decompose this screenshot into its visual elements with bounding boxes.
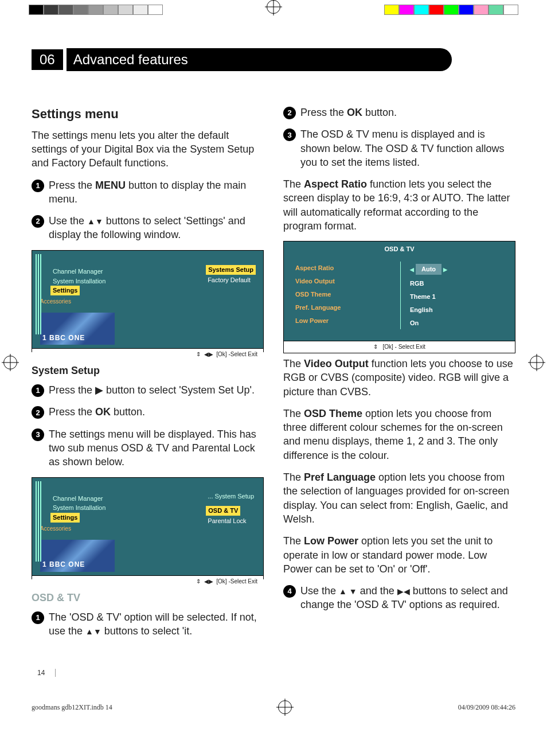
- submenu-item: OSD & TV: [205, 505, 241, 516]
- up-down-icon: ⇕: [196, 578, 201, 584]
- osd-label: Aspect Ratio: [295, 262, 391, 275]
- screenshot-system-setup: Channel Manager System Installation Sett…: [32, 477, 264, 579]
- screenshot-osd-tv-menu: OSD & TV Aspect Ratio Video Output OSD T…: [283, 241, 515, 353]
- greyscale-bar: [29, 5, 163, 14]
- step-3: 3 The settings menu will be displayed. T…: [32, 427, 264, 469]
- osd-theme-text: The OSD Theme option lets you choose fro…: [283, 407, 515, 462]
- right-arrow-icon: ▶: [443, 267, 447, 272]
- menu-item: Accessories: [40, 525, 259, 533]
- osd-value: English: [410, 303, 503, 317]
- osd-value: RGB: [410, 277, 503, 290]
- chapter-title: Advanced features: [67, 48, 452, 71]
- left-column: Settings menu The settings menu lets you…: [32, 106, 264, 646]
- print-footer: goodmans gdb12XIT.indb 14 04/09/2009 08:…: [0, 700, 547, 726]
- submenu-item: Systems Setup: [205, 264, 256, 275]
- intro-text: The settings menu lets you alter the def…: [32, 128, 264, 170]
- osd-value: On: [410, 317, 503, 330]
- osd-value: Theme 1: [410, 290, 503, 303]
- up-down-icon: ⇕: [373, 344, 378, 350]
- right-arrow-icon: ▶: [95, 384, 103, 396]
- step-bullet: 2: [32, 406, 44, 419]
- step-bullet: 1: [32, 611, 44, 624]
- step-2: 2 Press the OK button.: [32, 405, 264, 419]
- step-4: 4 Use the ▲ ▼ and the ▶◀ buttons to sele…: [283, 584, 515, 612]
- up-down-icon: ▲ ▼: [339, 587, 357, 596]
- video-output-text: The Video Output function lets you choos…: [283, 357, 515, 399]
- step-1: 1 Press the MENU button to display the m…: [32, 178, 264, 206]
- left-arrow-icon: ◀: [410, 267, 414, 272]
- step-bullet: 2: [283, 107, 296, 119]
- submenu-item: Parental Lock: [205, 516, 256, 526]
- left-right-icon: ◀▶: [204, 351, 213, 357]
- screenshot-settings-menu: Channel Manager System Installation Sett…: [32, 250, 264, 352]
- step-1: 1 The 'OSD & TV' option will be selected…: [32, 610, 264, 638]
- registration-mark-icon: [3, 356, 17, 369]
- step-1: 1 Press the ▶ button to select 'System S…: [32, 383, 264, 397]
- step-bullet: 1: [32, 384, 44, 397]
- left-right-icon: ◀▶: [204, 578, 213, 584]
- step-2: 2 Press the OK button.: [283, 106, 515, 119]
- step-bullet: 1: [32, 180, 44, 192]
- osd-label: Pref. Language: [295, 301, 391, 314]
- left-right-icon: ▶◀: [397, 587, 410, 596]
- osd-value-selected: Auto: [416, 264, 441, 275]
- print-registration-strip: [0, 0, 547, 14]
- menu-item-selected: Settings: [50, 286, 80, 295]
- step-3: 3 The OSD & TV menu is displayed and is …: [283, 127, 515, 169]
- footer-file: goodmans gdb12XIT.indb 14: [32, 703, 112, 712]
- menu-item: Accessories: [40, 298, 259, 306]
- registration-mark-icon: [530, 356, 544, 369]
- chapter-number: 06: [32, 49, 63, 70]
- up-down-icon: ▲▼: [87, 217, 103, 226]
- screenshot-footer: ⇕ ◀▶ [Ok] -Select Exit: [32, 575, 263, 587]
- osd-label: Video Output: [295, 275, 391, 288]
- channel-preview: 1 BBC ONE: [40, 313, 115, 345]
- low-power-text: The Low Power option lets you set the un…: [283, 534, 515, 576]
- screenshot-title: OSD & TV: [284, 241, 515, 257]
- heading-osd-tv: OSD & TV: [32, 591, 264, 605]
- breadcrumb: ... System Setup: [205, 492, 256, 501]
- footer-date: 04/09/2009 08:44:26: [458, 703, 515, 712]
- color-bar: [384, 5, 518, 14]
- registration-mark-icon: [278, 700, 292, 714]
- aspect-ratio-text: The Aspect Ratio function lets you selec…: [283, 177, 515, 233]
- submenu-item: Factory Default: [205, 275, 256, 285]
- screenshot-footer: ⇕ ◀▶ [Ok] -Select Exit: [32, 348, 263, 360]
- page-number: 14: [32, 669, 56, 677]
- screenshot-footer: ⇕ [Ok] - Select Exit: [284, 341, 515, 353]
- step-bullet: 2: [32, 215, 44, 228]
- channel-preview: 1 BBC ONE: [40, 540, 115, 572]
- pref-language-text: The Pref Language option lets you choose…: [283, 470, 515, 526]
- right-column: 2 Press the OK button. 3 The OSD & TV me…: [283, 106, 515, 646]
- step-2: 2 Use the ▲▼ buttons to select 'Settings…: [32, 214, 264, 242]
- osd-label: OSD Theme: [295, 288, 391, 301]
- registration-mark-icon: [267, 0, 280, 14]
- menu-item-selected: Settings: [50, 513, 80, 523]
- up-down-icon: ⇕: [196, 351, 201, 357]
- step-bullet: 3: [283, 128, 296, 141]
- up-down-icon: ▲▼: [85, 627, 101, 636]
- step-bullet: 4: [283, 585, 296, 598]
- osd-label: Low Power: [295, 314, 391, 328]
- chapter-header: 06 Advanced features: [32, 48, 515, 71]
- heading-settings-menu: Settings menu: [32, 106, 264, 123]
- heading-system-setup: System Setup: [32, 364, 264, 377]
- step-bullet: 3: [32, 428, 44, 441]
